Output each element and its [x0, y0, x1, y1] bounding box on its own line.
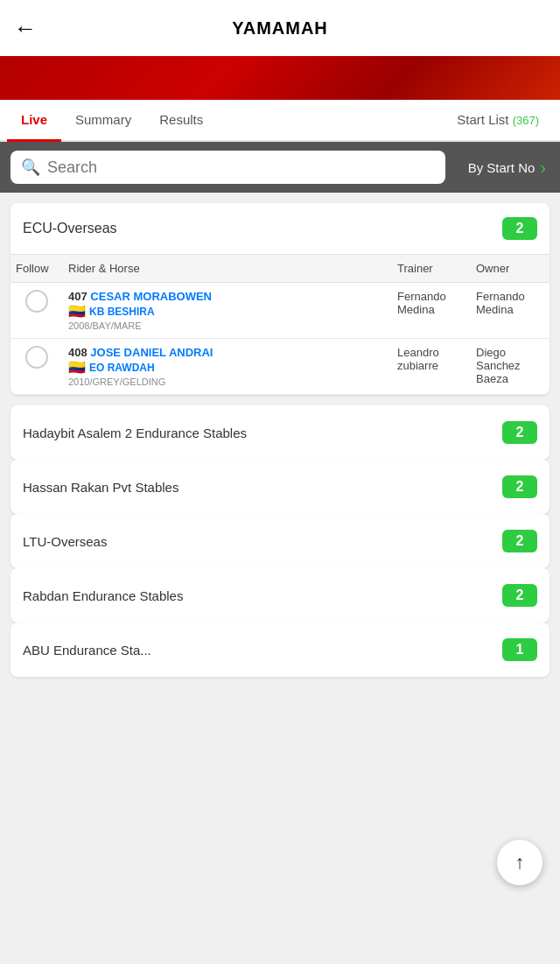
simple-group-name: Rabdan Endurance Stables [23, 588, 183, 603]
chevron-right-icon: › [540, 158, 546, 178]
col-owner: Owner [471, 255, 550, 283]
group-header-ecu[interactable]: ECU-Overseas 2 [10, 203, 550, 254]
trainer-cell: Fernando Medina [392, 283, 471, 339]
content-area: ECU-Overseas 2 Follow Rider & Horse Trai… [0, 193, 560, 687]
group-name-ecu: ECU-Overseas [23, 221, 117, 236]
group-card-simple[interactable]: ABU Endurance Sta... 1 [10, 623, 550, 677]
simple-group-name: Hadaybit Asalem 2 Endurance Stables [23, 426, 247, 440]
tab-live[interactable]: Live [7, 100, 61, 142]
flag-icon: 🇨🇴 [68, 305, 86, 319]
group-card-ecu: ECU-Overseas 2 Follow Rider & Horse Trai… [10, 203, 550, 395]
rider-info-cell: 407 CESAR MORABOWEN 🇨🇴 KB BESHIRA 2008/B… [63, 283, 392, 339]
table-row: 408 JOSE DANIEL ANDRAI 🇨🇴 EO RAWDAH 2010… [10, 339, 550, 395]
owner-cell: Diego Sanchez Baeza [471, 339, 550, 395]
col-follow: Follow [10, 255, 63, 283]
back-button[interactable]: ← [14, 17, 37, 39]
by-start-button[interactable]: By Start No › [454, 142, 560, 193]
search-icon: 🔍 [21, 158, 40, 177]
arrow-up-icon: ↑ [515, 851, 525, 874]
simple-group-count: 2 [502, 475, 537, 498]
simple-group-count: 2 [502, 530, 537, 552]
group-card-simple[interactable]: LTU-Overseas 2 [10, 514, 550, 568]
follow-radio[interactable] [25, 346, 48, 369]
col-rider-horse: Rider & Horse [63, 255, 392, 283]
trainer-cell: Leandro zubiarre [392, 339, 471, 395]
table-row: 407 CESAR MORABOWEN 🇨🇴 KB BESHIRA 2008/B… [10, 283, 550, 339]
group-card-simple[interactable]: Hassan Rakan Pvt Stables 2 [10, 460, 550, 514]
flag-icon: 🇨🇴 [68, 361, 86, 375]
search-container: 🔍 [10, 151, 445, 184]
group-card-simple[interactable]: Rabdan Endurance Stables 2 [10, 568, 550, 623]
tab-results[interactable]: Results [145, 100, 217, 142]
search-bar-row: 🔍 By Start No › [0, 142, 560, 193]
horse-name[interactable]: KB BESHIRA [89, 306, 155, 318]
horse-detail: 2008/BAY/MARE [68, 320, 387, 331]
simple-group-count: 2 [502, 421, 537, 444]
scroll-to-top-button[interactable]: ↑ [497, 840, 542, 885]
tab-start-list[interactable]: Start List (367) [443, 100, 553, 142]
simple-group-name: ABU Endurance Sta... [23, 643, 151, 658]
start-number: 407 [68, 290, 88, 303]
owner-cell: Fernando Medina [471, 283, 550, 339]
group-count-ecu: 2 [502, 217, 537, 240]
group-card-simple[interactable]: Hadaybit Asalem 2 Endurance Stables 2 [10, 405, 550, 460]
banner-image [0, 56, 560, 100]
follow-radio[interactable] [25, 290, 48, 313]
start-list-count: (367) [513, 114, 539, 127]
simple-group-name: LTU-Overseas [23, 534, 107, 549]
rider-table: Follow Rider & Horse Trainer Owner 407 C… [10, 254, 550, 395]
header: ← YAMAMAH [0, 0, 560, 56]
col-trainer: Trainer [392, 255, 471, 283]
tab-bar: Live Summary Results Start List (367) [0, 100, 560, 142]
simple-group-name: Hassan Rakan Pvt Stables [23, 480, 178, 495]
rider-name[interactable]: JOSE DANIEL ANDRAI [90, 346, 213, 359]
horse-detail: 2010/GREY/GELDING [68, 376, 387, 387]
horse-name[interactable]: EO RAWDAH [89, 362, 155, 374]
rider-info-cell: 408 JOSE DANIEL ANDRAI 🇨🇴 EO RAWDAH 2010… [63, 339, 392, 395]
tab-summary[interactable]: Summary [61, 100, 145, 142]
table-header-row: Follow Rider & Horse Trainer Owner [10, 255, 550, 283]
search-input[interactable] [47, 158, 435, 177]
follow-cell[interactable] [10, 283, 63, 339]
start-number: 408 [68, 346, 88, 359]
page-title: YAMAMAH [232, 18, 328, 39]
rider-name[interactable]: CESAR MORABOWEN [90, 290, 212, 303]
by-start-label: By Start No [468, 160, 536, 175]
follow-cell[interactable] [10, 339, 63, 395]
simple-group-count: 2 [502, 584, 537, 607]
simple-group-count: 1 [502, 638, 537, 661]
